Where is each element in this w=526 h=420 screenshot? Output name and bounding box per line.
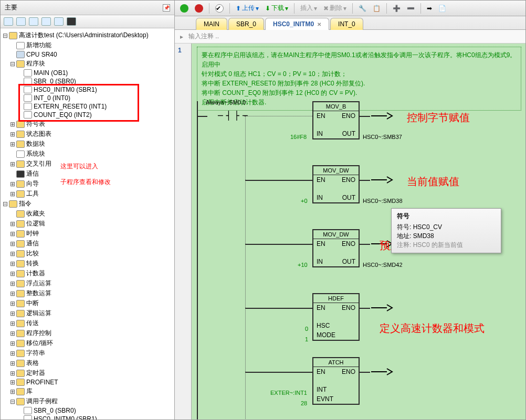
tab-main[interactable]: MAIN <box>196 18 227 30</box>
tree-convert[interactable]: ⊞转换 <box>1 259 174 268</box>
folder-icon <box>16 190 25 198</box>
tree-datablock[interactable]: ⊞数据块 <box>1 139 174 149</box>
tree-string[interactable]: ⊞字符串 <box>1 348 174 358</box>
block-atch[interactable]: ATCH ENENO INT EVNT <box>312 357 360 405</box>
tree-callsub-hsc0[interactable]: HSC0_INITM0 (SBR1) <box>1 415 174 419</box>
tree-compare[interactable]: ⊞比较 <box>1 249 174 259</box>
folder-icon <box>9 200 17 208</box>
close-icon[interactable]: ✕ <box>317 21 321 27</box>
block-mov-b[interactable]: MOV_B ENENO INOUT <box>312 101 360 139</box>
pin-icon[interactable]: 📌 <box>163 4 170 12</box>
tree-extern-reset[interactable]: EXTERN_RESET0 (INT1) <box>1 102 174 111</box>
misc-button-2[interactable]: 📋 <box>371 4 383 13</box>
tree-sysblock[interactable]: 系统块 <box>1 149 174 159</box>
tab-sbr0[interactable]: SBR_0 <box>228 18 264 30</box>
folder-icon <box>16 220 25 228</box>
tree-comm[interactable]: 通信 <box>1 169 174 179</box>
stop-button[interactable] <box>193 3 205 14</box>
tool-icon-3[interactable] <box>29 17 38 26</box>
folder-icon <box>16 280 25 287</box>
tree-float[interactable]: ⊞浮点运算 <box>1 278 174 288</box>
folder-icon <box>16 388 25 395</box>
tree-clock[interactable]: ⊞时钟 <box>1 229 174 239</box>
network-number-col: 1 <box>175 44 192 419</box>
comment-bar[interactable]: ▸ 输入注释 .. <box>175 30 525 44</box>
tree-status[interactable]: ⊞状态图表 <box>1 129 174 139</box>
tree-comm2[interactable]: ⊞通信 <box>1 239 174 249</box>
tree-project[interactable]: ⊟高速计数test (C:\Users\Administrator\Deskto… <box>1 30 174 40</box>
misc-button-4[interactable]: ➖ <box>405 4 417 13</box>
tree-main-ob1[interactable]: MAIN (OB1) <box>1 69 174 77</box>
tree-hsc0[interactable]: HSC0_INITM0 (SBR1) <box>1 85 174 94</box>
folder-icon <box>16 180 25 188</box>
run-button[interactable] <box>178 3 191 14</box>
tree-cpu[interactable]: CPU SR40 <box>1 50 174 59</box>
tree-sbr0[interactable]: SBR_0 (SBR0) <box>1 77 174 85</box>
insert-button[interactable]: 插入 ▾ <box>298 3 319 14</box>
tool-icon-4[interactable] <box>41 17 51 26</box>
tree-transfer[interactable]: ⊞传送 <box>1 318 174 328</box>
tree-newfeat[interactable]: 新增功能 <box>1 40 174 50</box>
param-out: HSC0~:SMD38 <box>363 198 403 204</box>
tree-wizard[interactable]: ⊞向导 <box>1 179 174 189</box>
misc-button-6[interactable]: 📄 <box>436 4 448 13</box>
folder-icon <box>16 370 25 377</box>
misc-button-3[interactable]: ➕ <box>391 4 403 13</box>
tab-int0[interactable]: INT_0 <box>330 18 363 30</box>
tree-callsub-sbr0[interactable]: SBR_0 (SBR0) <box>1 406 174 415</box>
expand-icon[interactable]: ▸ <box>180 33 183 40</box>
tree-table[interactable]: ⊞表格 <box>1 358 174 368</box>
tree-profinet[interactable]: ⊞PROFINET <box>1 378 174 386</box>
block-mov-dw-1[interactable]: MOV_DW ENENO INOUT <box>312 165 360 203</box>
folder-icon <box>16 141 25 148</box>
tool-icon-2[interactable] <box>16 17 26 26</box>
tree-callsub[interactable]: ⊟调用子例程 <box>1 396 174 406</box>
tree-instructions[interactable]: ⊟指令 <box>1 199 174 209</box>
tree-timer[interactable]: ⊞定时器 <box>1 368 174 378</box>
arrow-icon <box>371 111 392 123</box>
branch-rail <box>245 116 246 419</box>
delete-button[interactable]: ✖ 删除 ▾ <box>321 3 349 14</box>
stop-icon <box>195 4 203 13</box>
param-mode: 1 <box>305 336 308 342</box>
block-mov-dw-2[interactable]: MOV_DW ENENO INOUT <box>312 229 360 267</box>
tree-symtable[interactable]: ⊞符号表 <box>1 119 174 129</box>
project-tree[interactable]: ⊟高速计数test (C:\Users\Administrator\Deskto… <box>1 28 174 419</box>
misc-button-5[interactable]: ➡ <box>425 4 434 13</box>
download-button[interactable]: ⬇ 下载 ▾ <box>263 3 290 14</box>
param-int: EXTER~:INT1 <box>270 390 307 396</box>
left-panel: 主要 📌 ⊟高速计数test (C:\Users\Administrator\D… <box>1 1 175 419</box>
comment-line: 将中断 EXTERN_RESET0 附加到事件 28 (HC0 外部复位). <box>202 79 517 88</box>
tree-int0[interactable]: INT_0 (INT0) <box>1 94 174 102</box>
tree-progblock[interactable]: ⊟程序块 <box>1 59 174 69</box>
compile-button[interactable]: ✔ <box>213 3 226 14</box>
tree-interrupt[interactable]: ⊞中断 <box>1 298 174 308</box>
tool-icon-6[interactable] <box>67 17 76 26</box>
tree-logic[interactable]: ⊞逻辑运算 <box>1 308 174 318</box>
comment-placeholder: 输入注释 .. <box>188 32 219 41</box>
tree-progctrl[interactable]: ⊞程序控制 <box>1 328 174 338</box>
tool-icon-1[interactable] <box>4 17 13 26</box>
tree-bitlogic[interactable]: ⊞位逻辑 <box>1 219 174 229</box>
tree-int[interactable]: ⊞整数运算 <box>1 288 174 298</box>
param-in: +10 <box>298 262 308 268</box>
tree-shift[interactable]: ⊞移位/循环 <box>1 338 174 348</box>
tab-hsc0[interactable]: HSC0_INITM0✕ <box>265 18 329 30</box>
tree-count-eq0[interactable]: COUNT_EQ0 (INT2) <box>1 111 174 119</box>
tree-favorites[interactable]: 收藏夹 <box>1 209 174 219</box>
tree-counter[interactable]: ⊞计数器 <box>1 268 174 278</box>
tree-tools[interactable]: ⊞工具 <box>1 189 174 199</box>
tree-xref[interactable]: ⊞交叉引用 <box>1 159 174 169</box>
misc-button-1[interactable]: 🔧 <box>356 4 369 13</box>
folder-icon <box>16 330 25 337</box>
ladder-area[interactable]: 1 要在程序中启用该组态，请在MAIN主程序中使用SM0.1或者沿触发指令调用一… <box>175 44 525 419</box>
ladder-network[interactable]: Always~:SM0.0 ─┤├─ MOV_B ENENO INOUT 16#… <box>197 101 521 419</box>
tool-icon-5[interactable] <box>54 17 64 26</box>
upload-button[interactable]: ⬆ 上传 ▾ <box>234 3 261 14</box>
block-hdef[interactable]: HDEF ENENO HSC MODE <box>312 293 360 341</box>
tooltip-title: 符号 <box>397 212 496 221</box>
folder-icon <box>16 250 25 257</box>
check-icon: ✔ <box>215 4 224 13</box>
contact-sm00[interactable]: Always~:SM0.0 ─┤├─ <box>202 106 249 127</box>
tree-library[interactable]: ⊞库 <box>1 386 174 396</box>
